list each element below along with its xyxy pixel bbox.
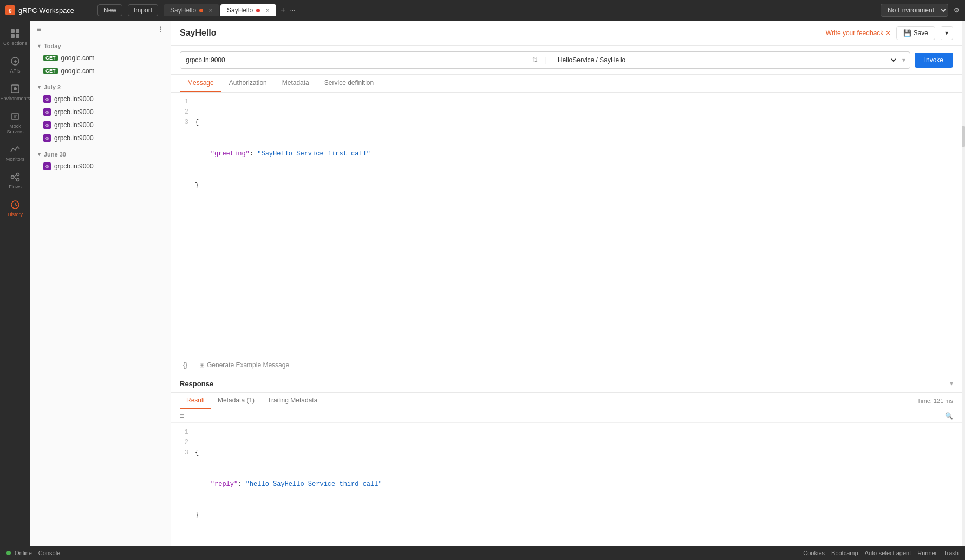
tab-authorization[interactable]: Authorization [221, 75, 275, 92]
main-area: Collections APIs Environments Mock Serve… [0, 21, 965, 546]
save-button[interactable]: 💾 Save [896, 26, 935, 40]
response-filter-button[interactable]: ≡ [180, 412, 184, 420]
environment-select[interactable]: No Environment [881, 4, 948, 17]
status-bar-left: Online Console [6, 550, 60, 556]
response-search-button[interactable]: 🔍 [945, 412, 953, 420]
response-toolbar: ≡ 🔍 [171, 409, 962, 423]
console-button[interactable]: Console [38, 550, 60, 556]
sidebar-group-header-today[interactable]: ▼ Today [30, 41, 171, 51]
new-button[interactable]: New [97, 4, 122, 16]
response-collapse-icon[interactable]: ▾ [950, 380, 953, 387]
auto-agent-button[interactable]: Auto-select agent [865, 550, 911, 556]
resp-line-num-1: 1 [180, 427, 188, 438]
settings-icon[interactable]: ⚙ [954, 6, 960, 14]
badge-grpc-1: G [43, 95, 51, 103]
content-header: SayHello Write your feedback ✕ 💾 Save ▾ [171, 21, 962, 46]
svg-rect-7 [11, 114, 19, 119]
sidebar-item-google-1[interactable]: GET google.com [30, 51, 171, 64]
badge-grpc-3: G [43, 121, 51, 129]
online-dot [6, 551, 11, 555]
response-tab-result[interactable]: Result [180, 393, 211, 409]
sidebar-item-grpc-2[interactable]: G grpcb.in:9000 [30, 106, 171, 119]
svg-rect-3 [16, 34, 19, 38]
collections-icon [10, 28, 21, 39]
sidebar-panel-more-icon: ⋮ [157, 25, 165, 34]
tab-sayhello-2[interactable]: SayHello ✕ [220, 4, 276, 16]
app-name: gRPC Workspace [18, 6, 74, 15]
response-title: Response [180, 380, 213, 388]
more-tabs-button[interactable]: ··· [290, 6, 295, 14]
apis-label: APIs [10, 68, 20, 74]
sidebar-item-grpc-1[interactable]: G grpcb.in:9000 [30, 93, 171, 106]
tab-close-1[interactable]: ✕ [208, 8, 213, 14]
sidebar-panel-header: ≡ ⋮ [30, 21, 171, 38]
sidebar-item-environments[interactable]: Environments [0, 79, 30, 106]
generate-label: Generate Example Message [207, 361, 289, 369]
sidebar-item-flows[interactable]: Flows [0, 167, 30, 194]
line-num-2: 2 [180, 107, 188, 118]
more-icon[interactable]: ⋮ [157, 25, 165, 34]
sidebar-item-grpc-3[interactable]: G grpcb.in:9000 [30, 119, 171, 132]
tab-service-definition[interactable]: Service definition [317, 75, 381, 92]
service-dropdown-icon[interactable]: ▾ [898, 56, 910, 64]
sidebar-group-header-july2[interactable]: ▼ July 2 [30, 82, 171, 93]
status-bar: Online Console Cookies Bootcamp Auto-sel… [0, 546, 965, 560]
braces-button[interactable]: {} [180, 360, 191, 370]
feedback-link[interactable]: Write your feedback ✕ [826, 29, 891, 37]
add-tab-button[interactable]: + [277, 5, 289, 15]
cookies-button[interactable]: Cookies [803, 550, 825, 556]
invoke-button[interactable]: Invoke [915, 53, 953, 68]
sidebar-group-june30: ▼ June 30 G grpcb.in:9000 [30, 147, 171, 175]
resp-code-line-1: { [195, 448, 953, 458]
save-label: Save [914, 29, 928, 37]
line-num-1: 1 [180, 97, 188, 107]
response-code: { "reply": "hello SayHello Service third… [195, 427, 953, 542]
item-text-2: google.com [61, 67, 95, 75]
url-arrow-icon: ⇅ [528, 56, 542, 64]
runner-button[interactable]: Runner [917, 550, 937, 556]
tab-metadata[interactable]: Metadata [275, 75, 317, 92]
tab-label-1: SayHello [170, 6, 196, 14]
resp-code-line-3: } [195, 510, 953, 520]
save-dropdown-button[interactable]: ▾ [941, 26, 953, 40]
top-bar: g gRPC Workspace New Import SayHello ✕ S… [0, 0, 965, 21]
response-tab-trailing[interactable]: Trailing Metadata [261, 393, 324, 409]
right-scroll-bar[interactable] [962, 21, 965, 546]
trash-button[interactable]: Trash [943, 550, 959, 556]
message-tabs: Message Authorization Metadata Service d… [171, 75, 962, 93]
content-header-right: Write your feedback ✕ 💾 Save ▾ [826, 26, 953, 40]
sidebar-item-grpc-4[interactable]: G grpcb.in:9000 [30, 132, 171, 145]
service-select[interactable]: HelloService / SayHello [550, 52, 898, 68]
sidebar-group-header-june30[interactable]: ▼ June 30 [30, 149, 171, 160]
code-editor[interactable]: { "greeting": "SayHello Service first ca… [195, 97, 953, 211]
import-button[interactable]: Import [128, 4, 158, 16]
tab-label-2: SayHello [227, 6, 253, 14]
response-tab-metadata[interactable]: Metadata (1) [211, 393, 261, 409]
content-area: SayHello Write your feedback ✕ 💾 Save ▾ … [171, 21, 962, 546]
url-bar: ⇅ | HelloService / SayHello ▾ Invoke [171, 46, 962, 75]
sidebar-item-grpc-june30[interactable]: G grpcb.in:9000 [30, 160, 171, 173]
sidebar-item-monitors[interactable]: Monitors [0, 140, 30, 166]
tab-message[interactable]: Message [180, 75, 221, 92]
sidebar-item-mock-servers[interactable]: Mock Servers [0, 107, 30, 139]
generate-example-button[interactable]: ⊞ Generate Example Message [196, 360, 292, 370]
tab-close-2[interactable]: ✕ [265, 8, 270, 14]
grpc-item-4: grpcb.in:9000 [54, 134, 94, 142]
history-label: History [8, 212, 23, 217]
filter-icon[interactable]: ≡ [37, 25, 42, 34]
response-editor: 1 2 3 { "reply": "hello SayHello Service… [171, 423, 962, 546]
app-logo-icon: g [5, 5, 15, 15]
svg-point-6 [14, 87, 17, 90]
environments-icon [10, 83, 21, 94]
collections-label: Collections [3, 41, 27, 46]
resp-line-num-3: 3 [180, 448, 188, 458]
sidebar-item-collections[interactable]: Collections [0, 24, 30, 50]
sidebar-item-history[interactable]: History [0, 195, 30, 222]
tab-sayhello-1[interactable]: SayHello ✕ [164, 4, 219, 16]
sidebar-item-apis[interactable]: APIs [0, 51, 30, 78]
url-input[interactable] [180, 53, 528, 68]
tab-dot-2 [256, 9, 260, 12]
sidebar-item-google-2[interactable]: GET google.com [30, 64, 171, 77]
svg-rect-1 [16, 29, 19, 33]
bootcamp-button[interactable]: Bootcamp [831, 550, 858, 556]
